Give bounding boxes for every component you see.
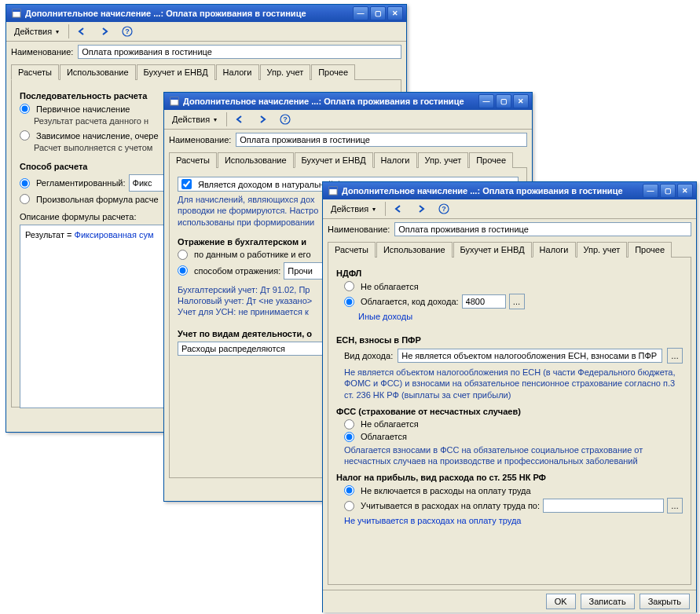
close-button[interactable]: ✕: [387, 6, 403, 20]
radio-profit-no[interactable]: [344, 485, 354, 495]
radio-fss-yes[interactable]: [344, 432, 354, 442]
maximize-button[interactable]: ▢: [660, 184, 676, 198]
tab-calc[interactable]: Расчеты: [11, 64, 59, 80]
esn-lookup-button[interactable]: …: [667, 348, 683, 364]
svg-rect-1: [13, 9, 20, 12]
maximize-button[interactable]: ▢: [370, 6, 386, 20]
tab-other[interactable]: Прочее: [469, 152, 513, 168]
toolbar: Действия ?: [6, 22, 406, 42]
tab-accounting[interactable]: Бухучет и ЕНВД: [295, 152, 373, 168]
check-income-natural[interactable]: [181, 179, 192, 189]
window-title: Дополнительное начисление ...: Оплата пр…: [342, 186, 641, 196]
titlebar: Дополнительное начисление ...: Оплата пр…: [323, 182, 696, 199]
close-button[interactable]: ✕: [513, 94, 529, 108]
radio-ndfl-yes-label: Облагается, код дохода:: [361, 297, 459, 306]
ok-button[interactable]: OK: [546, 594, 576, 609]
nav-forward-button[interactable]: [96, 23, 115, 40]
help-button[interactable]: ?: [276, 111, 295, 128]
nav-back-button[interactable]: [74, 23, 93, 40]
name-input[interactable]: [236, 133, 527, 147]
tab-strip: Расчеты Использование Бухучет и ЕНВД Нал…: [169, 152, 527, 168]
radio-by-method[interactable]: [178, 265, 188, 276]
help-button[interactable]: ?: [118, 23, 137, 40]
radio-ndfl-no[interactable]: [344, 281, 354, 291]
name-input[interactable]: [394, 222, 691, 236]
ndfl-code-input[interactable]: [462, 294, 506, 309]
radio-profit-yes-label: Учитывается в расходах на оплату труда п…: [361, 501, 540, 510]
form-icon: [169, 96, 180, 107]
window-title: Дополнительное начисление ...: Оплата пр…: [25, 9, 351, 18]
actions-menu[interactable]: Действия: [9, 25, 64, 38]
ndfl-header: НДФЛ: [336, 269, 683, 278]
tab-accounting[interactable]: Бухучет и ЕНВД: [137, 64, 215, 80]
radio-dependent[interactable]: [20, 130, 30, 141]
formula-link[interactable]: Фиксированная сум: [75, 230, 154, 239]
tab-usage[interactable]: Использование: [60, 64, 136, 80]
name-label: Наименование:: [11, 47, 73, 57]
radio-primary-label: Первичное начисление: [36, 104, 130, 114]
window-taxes: Дополнительное начисление ...: Оплата пр…: [322, 181, 697, 612]
radio-fss-yes-label: Облагается: [361, 432, 407, 441]
svg-text:?: ?: [442, 205, 446, 213]
minimize-button[interactable]: —: [643, 184, 658, 198]
radio-ndfl-no-label: Не облагается: [361, 282, 419, 291]
tab-strip: Расчеты Использование Бухучет и ЕНВД Нал…: [328, 241, 691, 258]
tab-mgmt[interactable]: Упр. учет: [577, 242, 628, 258]
radio-custom[interactable]: [20, 194, 30, 204]
titlebar: Дополнительное начисление ...: Оплата пр…: [164, 93, 532, 110]
tab-calc[interactable]: Расчеты: [328, 242, 376, 258]
nav-forward-button[interactable]: [254, 111, 273, 128]
profit-header: Налог на прибыль, вид расхода по ст. 255…: [336, 473, 683, 482]
profit-lookup-button[interactable]: …: [667, 498, 683, 513]
tab-taxes[interactable]: Налоги: [533, 242, 576, 258]
profit-link[interactable]: Не учитывается в расходах на оплату труд…: [344, 516, 683, 525]
radio-ndfl-yes[interactable]: [344, 297, 354, 307]
radio-regulated[interactable]: [20, 178, 30, 188]
svg-text:?: ?: [125, 27, 130, 35]
form-icon: [11, 8, 22, 19]
tab-calc[interactable]: Расчеты: [169, 152, 217, 168]
radio-by-employee-label: по данным о работнике и его: [194, 250, 311, 259]
svg-text:?: ?: [283, 115, 288, 123]
tab-body-taxes: НДФЛ Не облагается Облагается, код доход…: [328, 258, 691, 585]
radio-primary[interactable]: [20, 104, 30, 114]
tab-mgmt[interactable]: Упр. учет: [260, 64, 311, 80]
actions-menu[interactable]: Действия: [326, 203, 380, 215]
svg-rect-9: [329, 187, 337, 189]
tab-accounting[interactable]: Бухучет и ЕНВД: [453, 242, 532, 258]
radio-profit-yes[interactable]: [344, 501, 354, 511]
toolbar: Действия ?: [164, 110, 532, 130]
svg-rect-5: [170, 97, 178, 100]
ndfl-lookup-button[interactable]: …: [509, 294, 525, 309]
radio-fss-no[interactable]: [344, 419, 354, 429]
radio-regulated-label: Регламентированный:: [36, 178, 126, 188]
minimize-button[interactable]: —: [353, 6, 368, 20]
tab-other[interactable]: Прочее: [628, 242, 672, 258]
fss-header: ФСС (страхование от несчастных случаев): [336, 407, 683, 416]
profit-value-input[interactable]: [543, 499, 664, 513]
name-label: Наименование:: [169, 135, 231, 144]
actions-menu[interactable]: Действия: [167, 113, 222, 126]
nav-forward-button[interactable]: [412, 200, 431, 217]
esn-kind-input[interactable]: [398, 349, 662, 363]
form-icon: [328, 185, 339, 196]
tab-usage[interactable]: Использование: [376, 242, 453, 258]
tab-usage[interactable]: Использование: [218, 152, 294, 168]
esn-header: ЕСН, взносы в ПФР: [336, 335, 683, 345]
tab-taxes[interactable]: Налоги: [216, 64, 259, 80]
close-button[interactable]: ✕: [677, 184, 693, 198]
maximize-button[interactable]: ▢: [496, 94, 511, 108]
name-input[interactable]: [78, 45, 401, 59]
radio-by-employee[interactable]: [178, 250, 188, 260]
ndfl-link[interactable]: Иные доходы: [358, 312, 683, 321]
nav-back-button[interactable]: [232, 111, 251, 128]
close-form-button[interactable]: Закрыть: [640, 594, 690, 609]
tab-mgmt[interactable]: Упр. учет: [418, 152, 469, 168]
tab-other[interactable]: Прочее: [311, 64, 355, 80]
nav-back-button[interactable]: [390, 200, 409, 217]
esn-kind-label: Вид дохода:: [344, 351, 393, 360]
help-button[interactable]: ?: [434, 200, 453, 217]
save-button[interactable]: Записать: [581, 594, 635, 609]
minimize-button[interactable]: —: [478, 94, 494, 108]
tab-taxes[interactable]: Налоги: [374, 152, 417, 168]
